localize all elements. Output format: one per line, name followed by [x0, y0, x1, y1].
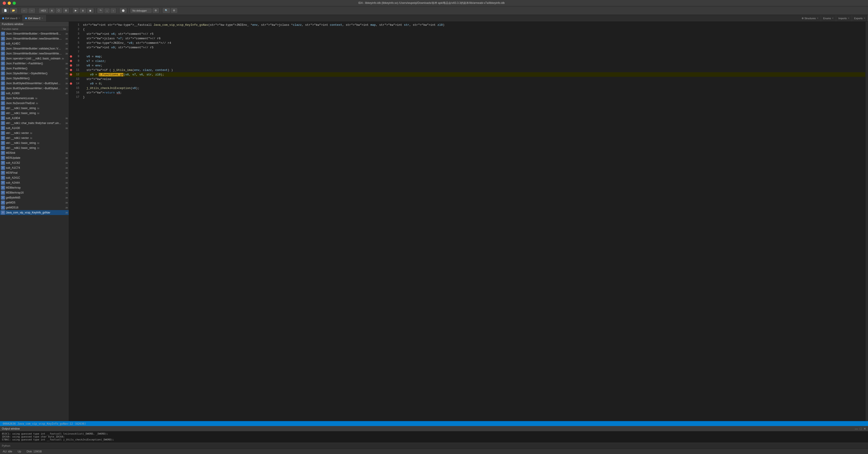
- tab-close-c[interactable]: ✕: [41, 17, 43, 20]
- toolbar-step-over[interactable]: ↷: [97, 8, 103, 13]
- function-name: getMD5: [6, 201, 62, 204]
- function-list-item[interactable]: f std::__ndk1::basic_string .te: [0, 140, 69, 145]
- function-list-item[interactable]: f MDBteArray .te: [0, 185, 69, 190]
- function-list-item[interactable]: f Json::StreamWriterBuilder::~StreamWrit…: [0, 31, 69, 36]
- tab-enums[interactable]: Enums ✕: [821, 15, 836, 22]
- function-list-item[interactable]: f std::__ndk1::basic_string .te: [0, 106, 69, 111]
- code-line[interactable]: 1str">"kw">int str">"kw-type">__fastcall…: [69, 23, 865, 27]
- code-line[interactable]: 11 str">"kw">if ( j_Utils_ima(env, clazz…: [69, 68, 865, 72]
- minimize-button[interactable]: [8, 2, 11, 5]
- code-line[interactable]: 14 v9 = 0;: [69, 81, 865, 86]
- toolbar-forward-button[interactable]: →: [29, 8, 35, 13]
- function-list-item[interactable]: f sub_A241C .te: [0, 175, 69, 180]
- function-list-item[interactable]: f Json::operator<<(std::__ndk1::basic_os…: [0, 56, 69, 61]
- function-list-item[interactable]: f Json::fixNumericLocale .te: [0, 96, 69, 101]
- toolbar-search-button[interactable]: 🔍: [163, 8, 170, 13]
- toolbar-run-button[interactable]: ▶: [73, 8, 79, 13]
- toolbar-stop-button[interactable]: ⏹: [87, 8, 94, 13]
- code-line[interactable]: 13 str">"kw">else: [69, 77, 865, 81]
- toolbar-step-into[interactable]: ↓: [104, 8, 110, 13]
- toolbar-bp-button[interactable]: ⬤: [120, 8, 127, 13]
- code-line[interactable]: 5 str">"kw-type">JNIEnv_ *v8; str">"comm…: [69, 41, 865, 45]
- maximize-button[interactable]: [13, 2, 16, 5]
- function-list-item[interactable]: f sub_A1C62 .te: [0, 160, 69, 165]
- function-list[interactable]: f Json::StreamWriterBuilder::~StreamWrit…: [0, 31, 69, 421]
- function-list-item[interactable]: f std::__ndk1::vector .te: [0, 131, 69, 135]
- python-input[interactable]: [12, 444, 866, 448]
- tab-ida-view-b[interactable]: IDA View-B ✕: [0, 15, 23, 22]
- code-line[interactable]: 12 v9 = j_Functions_gs(v8, v7, v6, str, …: [69, 72, 865, 77]
- tab-close-s[interactable]: ✕: [817, 17, 818, 20]
- function-list-item[interactable]: f std::__ndk1::vector .te: [0, 135, 69, 140]
- code-line[interactable]: 16 str">"kw">return v9;: [69, 90, 865, 95]
- tab-close-i[interactable]: ✕: [848, 17, 849, 20]
- function-list-item[interactable]: f Json::StyledWriter() .te: [0, 76, 69, 81]
- function-list-item[interactable]: f Json::StyledWriter::~StyledWriter() .t…: [0, 71, 69, 76]
- function-list-item[interactable]: f sub_A244A .te: [0, 180, 69, 185]
- code-line[interactable]: 10 v8 = env;: [69, 63, 865, 68]
- function-list-item[interactable]: f Json::BuiltStyledStreamWriter::~BuiltS…: [0, 86, 69, 91]
- toolbar-back-button[interactable]: ←: [21, 8, 28, 13]
- function-list-item[interactable]: f std::__ndk1::char_traits::find(char co…: [0, 121, 69, 126]
- function-list-item[interactable]: f Json::FastWriter() .te: [0, 66, 69, 71]
- function-list-item[interactable]: f sub_A1900 .te: [0, 91, 69, 96]
- function-list-item[interactable]: f sub_A1A30 .te: [0, 126, 69, 131]
- function-list-item[interactable]: f Json::fixZerosInTheEnd .te: [0, 101, 69, 106]
- code-line[interactable]: 15 j_Utils_checkJniException(v8);: [69, 86, 865, 90]
- function-list-item[interactable]: f Json::StreamWriterBuilder::newStreamWr…: [0, 36, 69, 41]
- toolbar-open-button[interactable]: 📂: [10, 8, 17, 13]
- function-list-item[interactable]: f Json::FastWriter::~FastWriter() .te: [0, 61, 69, 66]
- function-list-item[interactable]: f MD5Update .te: [0, 155, 69, 160]
- tab-close-e[interactable]: ✕: [832, 17, 834, 20]
- function-list-item[interactable]: f Json::BuiltStyledStreamWriter::~BuiltS…: [0, 81, 69, 86]
- function-list-item[interactable]: f Java_com_vip_vcsp_KeyInfo_gsNav .te: [0, 210, 69, 215]
- function-list-item[interactable]: f MDBteArray16 .te: [0, 190, 69, 195]
- toolbar-graph-button[interactable]: ⬡: [56, 8, 62, 13]
- function-list-item[interactable]: f getByteMd5 .te: [0, 195, 69, 200]
- toolbar-settings-button[interactable]: ⚙: [171, 8, 177, 13]
- code-line[interactable]: 6 str">"kw">int v9; str">"comment">// r5: [69, 45, 865, 50]
- tab-close-x[interactable]: ✕: [864, 17, 865, 20]
- tab-exports[interactable]: Exports ✕: [852, 15, 868, 22]
- toolbar-step-out[interactable]: ↑: [111, 8, 116, 13]
- tab-close-b[interactable]: ✕: [18, 17, 20, 20]
- toolbar-pause-button[interactable]: ⏸: [80, 8, 86, 13]
- debugger-options-button[interactable]: ⚙: [153, 8, 159, 13]
- function-list-item[interactable]: f Json::StreamWriterBuilder::validate(Js…: [0, 46, 69, 51]
- code-line[interactable]: 9 v7 = clazz;: [69, 59, 865, 63]
- code-line[interactable]: 8 v6 = map;: [69, 54, 865, 59]
- function-se: .te: [30, 132, 33, 134]
- toolbar-text-button[interactable]: A: [49, 8, 55, 13]
- toolbar-new-button[interactable]: 📄: [2, 8, 9, 13]
- function-list-item[interactable]: f sub_A1C74 .te: [0, 165, 69, 170]
- line-content: str">"kw">if ( j_Utils_ima(env, clazz, c…: [82, 68, 865, 72]
- function-list-item[interactable]: f getMD516 .te: [0, 205, 69, 210]
- code-line[interactable]: 7: [69, 50, 865, 54]
- toolbar-proximity-button[interactable]: ⊞: [63, 8, 69, 13]
- code-line[interactable]: 3 str">"kw">int v6; str">"comment">// r5: [69, 32, 865, 36]
- function-list-item[interactable]: f MD5Final .te: [0, 170, 69, 175]
- function-list-item[interactable]: f getMD5 .te: [0, 200, 69, 205]
- toolbar-hex-button[interactable]: HEX: [39, 8, 48, 13]
- function-name: std::__ndk1::char_traits::find(char cons…: [6, 122, 62, 125]
- debugger-select[interactable]: No debugger: [130, 8, 152, 13]
- code-line[interactable]: 2{: [69, 27, 865, 32]
- code-line[interactable]: 17}: [69, 95, 865, 99]
- tab-imports[interactable]: Imports ✕: [836, 15, 852, 22]
- output-minimize-button[interactable]: —: [855, 427, 858, 430]
- code-editor[interactable]: 1str">"kw">int str">"kw-type">__fastcall…: [69, 22, 865, 421]
- function-list-item[interactable]: f std::__ndk1::basic_string .te: [0, 145, 69, 151]
- close-button[interactable]: [3, 2, 6, 5]
- function-name: Json::StreamWriterBuilder::newStreamWrit…: [6, 37, 62, 40]
- function-icon: f: [1, 96, 5, 100]
- code-line[interactable]: 4 str">"kw">jclass *v7; str">"comment">/…: [69, 36, 865, 41]
- function-list-item[interactable]: f sub_A19D4 .te: [0, 116, 69, 121]
- tab-structures[interactable]: Structures ✕: [800, 15, 821, 22]
- tab-ida-view-c[interactable]: IDA View-C ✕: [23, 15, 46, 22]
- output-close-button[interactable]: ✕: [864, 427, 866, 430]
- function-list-item[interactable]: f std::__ndk1::basic_string .te: [0, 111, 69, 116]
- function-list-item[interactable]: f MD5Init .te: [0, 151, 69, 155]
- function-list-item[interactable]: f Json::StreamWriterBuilder::newStreamWr…: [0, 51, 69, 56]
- output-maximize-button[interactable]: □: [860, 427, 862, 430]
- function-list-item[interactable]: f sub_A14EC .te: [0, 41, 69, 46]
